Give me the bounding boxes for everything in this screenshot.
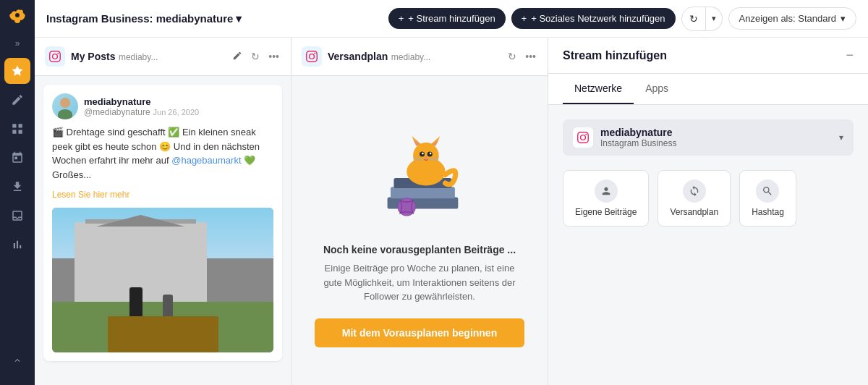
view-mode-chevron-icon: ▾ — [841, 13, 846, 24]
topbar-actions: + + Stream hinzufügen + + Soziales Netzw… — [388, 7, 856, 31]
empty-state-illustration — [354, 114, 485, 229]
empty-state-description: Einige Beiträge pro Woche zu planen, ist… — [315, 261, 524, 304]
sidebar-item-inbox[interactable] — [4, 203, 30, 229]
sidebar-item-compose[interactable] — [4, 87, 30, 113]
stream2-title-group: Versandplan mediaby... — [328, 50, 430, 63]
versandplan-icon — [683, 179, 706, 203]
add-stream-button[interactable]: + + Stream hinzufügen — [388, 8, 506, 29]
stream-col-my-posts: My Posts mediaby... ↻ ••• — [35, 38, 292, 385]
hootsuite-logo[interactable] — [6, 6, 29, 29]
start-scheduling-button[interactable]: Mit dem Vorausplanen beginnen — [315, 318, 524, 347]
svg-point-13 — [422, 153, 424, 155]
post-author-name: mediabynature — [84, 96, 199, 107]
stream1-refresh-button[interactable]: ↻ — [250, 49, 261, 64]
eigene-beitraege-icon — [595, 179, 618, 203]
topbar-title-text: Instagram Business: mediabynature — [46, 12, 233, 25]
add-stream-body: mediabynature Instagram Business ▾ Eigen… — [548, 105, 868, 241]
post-author-handle: @mediabynature — [84, 107, 150, 117]
topbar-title[interactable]: Instagram Business: mediabynature ▾ — [46, 12, 242, 25]
stream-type-tabs: Netzwerke Apps — [548, 74, 868, 105]
stream2-more-button[interactable]: ••• — [524, 49, 537, 64]
network-type: Instagram Business — [600, 138, 676, 148]
sidebar-item-trophy[interactable] — [4, 58, 30, 84]
refresh-group: ↻ ▾ — [681, 7, 723, 31]
svg-point-1 — [15, 13, 20, 17]
svg-rect-3 — [391, 187, 455, 198]
stream1-header: My Posts mediaby... ↻ ••• — [35, 38, 291, 76]
sidebar: » — [0, 0, 35, 385]
view-mode-label: Anzeigen als: Standard — [739, 13, 836, 24]
add-stream-panel: Stream hinzufügen − Netzwerke Apps — [548, 38, 868, 385]
network-selector-icon — [573, 127, 593, 148]
stream1-more-button[interactable]: ••• — [267, 49, 281, 64]
stream-type-eigene-beitraege[interactable]: Eigene Beiträge — [563, 170, 649, 227]
add-network-button[interactable]: + + Soziales Netzwerk hinzufügen — [511, 8, 676, 29]
add-stream-label: + Stream hinzufügen — [408, 13, 495, 24]
add-stream-panel-title: Stream hinzufügen — [563, 49, 667, 62]
sidebar-item-streams[interactable] — [4, 116, 30, 142]
sidebar-item-collapse-up[interactable] — [4, 347, 30, 373]
post-card: mediabynature @mediabynature Jun 26, 202… — [43, 85, 282, 361]
svg-point-14 — [430, 153, 432, 155]
add-network-label: + Soziales Netzwerk hinzufügen — [531, 13, 665, 24]
topbar-chevron-icon: ▾ — [236, 12, 242, 25]
stream1-platform-icon — [45, 46, 65, 67]
post-link[interactable]: @hagebaumarkt — [171, 155, 241, 166]
stream2-refresh-button[interactable]: ↻ — [506, 49, 518, 64]
post-image — [52, 208, 273, 352]
add-stream-panel-header: Stream hinzufügen − — [548, 38, 868, 74]
svg-point-15 — [425, 156, 427, 159]
eigene-beitraege-label: Eigene Beiträge — [575, 207, 637, 217]
stream-col-versandplan: Versandplan mediaby... ↻ ••• — [292, 38, 548, 385]
add-stream-close-button[interactable]: − — [846, 48, 854, 63]
stream-type-versandplan[interactable]: Versandplan — [658, 170, 731, 227]
versandplan-label: Versandplan — [670, 207, 718, 217]
refresh-icon: ↻ — [689, 13, 698, 25]
tab-apps[interactable]: Apps — [634, 74, 680, 104]
sidebar-collapse-button[interactable]: » — [7, 35, 27, 52]
add-stream-icon: + — [399, 13, 404, 24]
stream1-header-actions: ↻ ••• — [231, 49, 281, 64]
post-date: Jun 26, 2020 — [153, 108, 200, 117]
stream2-account: mediaby... — [391, 52, 430, 62]
stream2-title: Versandplan — [328, 51, 388, 62]
add-network-icon: + — [522, 13, 527, 24]
streams-area: My Posts mediaby... ↻ ••• — [35, 38, 868, 385]
network-chevron-icon: ▾ — [839, 132, 843, 143]
stream1-title: My Posts — [71, 51, 115, 62]
main-content: Instagram Business: mediabynature ▾ + + … — [35, 0, 868, 385]
sidebar-nav — [4, 58, 30, 347]
stream-type-hashtag[interactable]: Hashtag — [739, 170, 796, 227]
stream1-account: mediaby... — [119, 52, 158, 62]
stream-type-buttons: Eigene Beiträge Versandplan Hashtag — [563, 170, 854, 227]
empty-state: Noch keine vorausgeplanten Beiträge ... … — [300, 85, 539, 376]
post-read-more[interactable]: Lesen Sie hier mehr — [52, 187, 273, 200]
hashtag-label: Hashtag — [752, 207, 784, 217]
post-author: mediabynature @mediabynature Jun 26, 202… — [52, 93, 273, 119]
post-text-suffix: Großes... — [52, 169, 91, 180]
post-text: 🎬 Drehtage sind geschafft ✅ Ein kleinen … — [52, 125, 273, 182]
refresh-dropdown-button[interactable]: ▾ — [706, 7, 723, 31]
stream2-header-actions: ↻ ••• — [506, 49, 537, 64]
sidebar-bottom — [4, 347, 30, 379]
svg-point-6 — [413, 143, 439, 169]
avatar — [52, 93, 78, 119]
view-mode-button[interactable]: Anzeigen als: Standard ▾ — [728, 7, 856, 30]
stream2-platform-icon — [302, 46, 322, 67]
stream2-header: Versandplan mediaby... ↻ ••• — [292, 38, 548, 76]
network-info: mediabynature Instagram Business — [600, 127, 676, 148]
stream1-edit-button[interactable] — [231, 49, 244, 64]
stream1-content: mediabynature @mediabynature Jun 26, 202… — [35, 76, 291, 385]
sidebar-item-calendar[interactable] — [4, 145, 30, 171]
tab-netzwerke[interactable]: Netzwerke — [563, 74, 634, 104]
hashtag-icon — [756, 179, 779, 203]
sidebar-item-publish[interactable] — [4, 174, 30, 200]
network-selector[interactable]: mediabynature Instagram Business ▾ — [563, 119, 854, 156]
network-name: mediabynature — [600, 127, 676, 138]
refresh-dropdown-chevron-icon: ▾ — [712, 14, 716, 22]
refresh-button[interactable]: ↻ — [681, 7, 706, 31]
stream1-title-group: My Posts mediaby... — [71, 50, 158, 63]
empty-state-title: Noch keine vorausgeplanten Beiträge ... — [323, 244, 516, 255]
stream2-content: Noch keine vorausgeplanten Beiträge ... … — [292, 76, 548, 385]
sidebar-item-analytics[interactable] — [4, 232, 30, 258]
